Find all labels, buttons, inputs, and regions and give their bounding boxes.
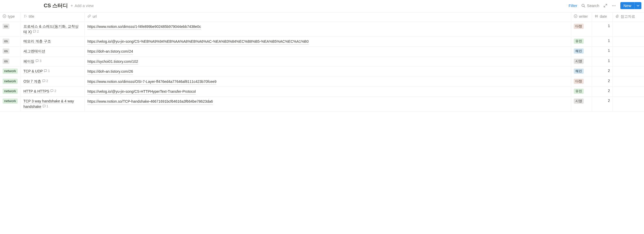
cell-title[interactable]: 프로세스 & 스레드(동기화, 교착상태 X)2: [21, 22, 85, 36]
search-label: Search: [587, 3, 599, 8]
cell-title[interactable]: HTTP & HTTPS2: [21, 87, 85, 96]
cell-writer[interactable]: 유진: [571, 87, 592, 96]
cell-date[interactable]: 1: [592, 22, 613, 36]
cell-writer[interactable]: 다정: [571, 77, 592, 87]
writer-tag: 다정: [574, 79, 584, 84]
cell-title[interactable]: TCP 3 way handshake & 4 way handshake1: [21, 97, 85, 111]
filter-button[interactable]: Filter: [569, 3, 577, 8]
cell-date[interactable]: 1: [592, 57, 613, 66]
cell-attach[interactable]: [613, 57, 644, 66]
col-header-url[interactable]: url: [85, 13, 571, 22]
cell-url[interactable]: https://sychoi01.tistory.com/102: [85, 57, 571, 66]
cell-title[interactable]: TCP & UDP1: [21, 67, 85, 76]
chevron-down-icon: [637, 4, 639, 7]
svg-point-2: [612, 5, 613, 6]
cell-url[interactable]: https://www.notion.so/TCP-handshake-4667…: [85, 97, 571, 111]
cell-type[interactable]: os: [0, 22, 21, 36]
table-row[interactable]: networkTCP & UDP1https://doh-an.tistory.…: [0, 67, 644, 77]
col-header-writer[interactable]: writer: [571, 13, 592, 22]
table-row[interactable]: os페이징3https://sychoi01.tistory.com/102시영…: [0, 57, 644, 67]
col-header-type[interactable]: type: [0, 13, 21, 22]
cell-attach[interactable]: [613, 67, 644, 76]
col-header-url-label: url: [93, 14, 97, 19]
cell-url[interactable]: https://velog.io/@yu-jin-song/CS-%EB%A9%…: [85, 37, 571, 46]
comment-count[interactable]: 2: [42, 79, 48, 83]
cell-type[interactable]: os: [0, 37, 21, 46]
row-date: 1: [608, 59, 610, 63]
table-row[interactable]: networkHTTP & HTTPS2https://velog.io/@yu…: [0, 87, 644, 97]
cell-date[interactable]: 2: [592, 77, 613, 87]
row-title: HTTP & HTTPS: [23, 89, 49, 94]
new-button-dropdown[interactable]: [634, 2, 641, 9]
comment-number: 1: [48, 69, 50, 73]
svg-line-1: [584, 6, 585, 7]
cell-title[interactable]: OSI 7 계층2: [21, 77, 85, 87]
cell-url[interactable]: https://www.notion.so/dimsss/OSI-7-Layer…: [85, 77, 571, 87]
cell-date[interactable]: 1: [592, 37, 613, 46]
cell-writer[interactable]: 유진: [571, 37, 592, 46]
col-header-writer-label: writer: [579, 14, 588, 19]
row-date: 2: [608, 98, 610, 103]
table-row[interactable]: os메모리 계층 구조https://velog.io/@yu-jin-song…: [0, 37, 644, 47]
table-row[interactable]: networkTCP 3 way handshake & 4 way hands…: [0, 97, 644, 112]
cell-type[interactable]: network: [0, 87, 21, 96]
cell-type[interactable]: os: [0, 57, 21, 66]
cell-title[interactable]: 메모리 계층 구조: [21, 37, 85, 46]
cell-attach[interactable]: [613, 47, 644, 56]
search-button[interactable]: Search: [581, 3, 599, 8]
comment-icon: [42, 104, 46, 108]
cell-writer[interactable]: 다정: [571, 22, 592, 36]
cell-date[interactable]: 2: [592, 87, 613, 96]
cell-writer[interactable]: 혜린: [571, 47, 592, 56]
comment-count[interactable]: 2: [50, 89, 56, 93]
more-icon[interactable]: [611, 3, 616, 8]
comment-count[interactable]: 1: [42, 104, 48, 108]
cell-url[interactable]: https://doh-an.tistory.com/26: [85, 67, 571, 76]
comment-number: 2: [46, 79, 48, 83]
cell-url[interactable]: https://www.notion.so/dimsss/1-f4fe899be…: [85, 22, 571, 36]
row-date: 1: [608, 48, 610, 53]
page-title[interactable]: CS 스터디: [44, 2, 68, 9]
cell-attach[interactable]: [613, 22, 644, 36]
cell-type[interactable]: network: [0, 67, 21, 76]
comment-count[interactable]: 2: [33, 29, 39, 33]
cell-title[interactable]: 페이징3: [21, 57, 85, 66]
cell-attach[interactable]: [613, 97, 644, 111]
writer-tag: 유진: [574, 39, 584, 44]
col-header-type-label: type: [8, 14, 15, 19]
cell-date[interactable]: 2: [592, 97, 613, 111]
row-date: 2: [608, 69, 610, 73]
col-header-date[interactable]: date: [592, 13, 613, 22]
table-row[interactable]: os세그멘테이션https://doh-an.tistory.com/24혜린1: [0, 47, 644, 57]
cell-date[interactable]: 2: [592, 67, 613, 76]
col-header-title[interactable]: title: [21, 13, 85, 22]
cell-title[interactable]: 세그멘테이션: [21, 47, 85, 56]
row-title: 메모리 계층 구조: [23, 39, 51, 44]
cell-writer[interactable]: 시영: [571, 97, 592, 111]
select-icon: [574, 14, 577, 18]
cell-date[interactable]: 1: [592, 47, 613, 56]
cell-url[interactable]: https://velog.io/@yu-jin-song/CS-HTTPHyp…: [85, 87, 571, 96]
new-button-label: New: [620, 2, 634, 9]
cell-type[interactable]: network: [0, 97, 21, 111]
cell-attach[interactable]: [613, 87, 644, 96]
row-title: 세그멘테이션: [23, 49, 45, 53]
writer-tag: 다정: [574, 24, 584, 29]
new-button[interactable]: New: [620, 2, 641, 9]
cell-attach[interactable]: [613, 77, 644, 87]
table-row[interactable]: os프로세스 & 스레드(동기화, 교착상태 X)2https://www.no…: [0, 22, 644, 37]
comment-count[interactable]: 1: [44, 69, 50, 73]
cell-type[interactable]: network: [0, 77, 21, 87]
cell-writer[interactable]: 혜린: [571, 67, 592, 76]
cell-attach[interactable]: [613, 37, 644, 46]
cell-writer[interactable]: 시영: [571, 57, 592, 66]
col-header-attach[interactable]: 참고자료: [613, 13, 644, 22]
expand-icon[interactable]: [603, 4, 607, 8]
comment-count[interactable]: 3: [35, 59, 41, 63]
add-view-button[interactable]: + Add a view: [70, 3, 94, 8]
table-row[interactable]: networkOSI 7 계층2https://www.notion.so/di…: [0, 77, 644, 87]
cell-type[interactable]: os: [0, 47, 21, 56]
row-url: https://www.notion.so/TCP-handshake-4667…: [87, 98, 213, 104]
type-tag: network: [3, 79, 18, 84]
cell-url[interactable]: https://doh-an.tistory.com/24: [85, 47, 571, 56]
